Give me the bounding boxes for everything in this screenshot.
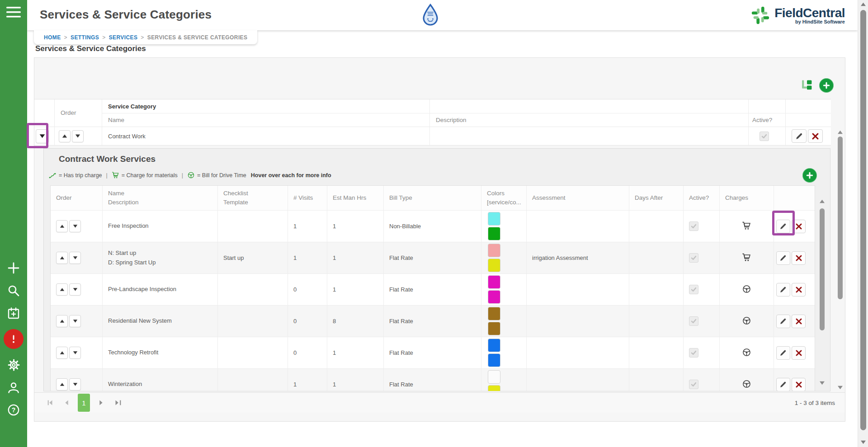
category-active-checkbox[interactable] bbox=[760, 132, 769, 141]
move-service-down-button[interactable] bbox=[69, 220, 81, 232]
est-man-hrs-cell: 1 bbox=[327, 273, 384, 305]
move-service-down-button[interactable] bbox=[69, 315, 81, 327]
edit-service-button[interactable] bbox=[776, 378, 790, 391]
settings-gear-icon[interactable] bbox=[7, 358, 20, 372]
expand-category-button[interactable] bbox=[36, 129, 49, 143]
delete-service-button[interactable] bbox=[792, 315, 806, 328]
page-scrollbar[interactable] bbox=[858, 0, 868, 447]
edit-service-button[interactable] bbox=[776, 220, 790, 233]
edit-category-button[interactable] bbox=[792, 129, 807, 143]
scroll-down-icon[interactable] bbox=[837, 386, 844, 390]
materials-cart-icon[interactable] bbox=[742, 253, 751, 263]
move-category-down-button[interactable] bbox=[72, 130, 84, 142]
assessment-cell bbox=[527, 368, 629, 391]
move-service-down-button[interactable] bbox=[69, 347, 81, 359]
delete-service-button[interactable] bbox=[792, 346, 806, 360]
service-row-winterization: Winterization 1 1 Flat Rate bbox=[51, 368, 815, 391]
delete-service-button[interactable] bbox=[792, 378, 806, 391]
move-service-up-button[interactable] bbox=[56, 347, 68, 359]
current-page-button[interactable]: 1 bbox=[78, 394, 90, 412]
move-service-up-button[interactable] bbox=[56, 378, 68, 391]
page-scroll-thumb[interactable] bbox=[860, 10, 866, 430]
previous-page-button[interactable] bbox=[61, 397, 73, 409]
service-name-cell: Technology Retrofit bbox=[103, 337, 218, 368]
column-header-order: Order bbox=[51, 186, 103, 210]
pagination-bar: 1 1 - 3 of 3 items bbox=[34, 392, 845, 413]
materials-cart-icon[interactable] bbox=[742, 221, 751, 232]
contract-work-services-panel: Contract Work Services = Has trip charge… bbox=[43, 148, 830, 391]
colors-cell bbox=[481, 273, 527, 305]
move-service-up-button[interactable] bbox=[56, 220, 68, 232]
calendar-add-icon[interactable] bbox=[7, 306, 20, 320]
breadcrumb: HOME > SETTINGS > SERVICES > SERVICES & … bbox=[34, 30, 257, 44]
move-service-up-button[interactable] bbox=[56, 283, 68, 296]
service-active-checkbox[interactable] bbox=[689, 285, 698, 294]
bill-type-cell: Flat Rate bbox=[384, 368, 481, 391]
delete-category-button[interactable] bbox=[808, 129, 823, 143]
move-service-down-button[interactable] bbox=[69, 252, 81, 264]
colors-cell bbox=[481, 242, 527, 273]
service-active-checkbox[interactable] bbox=[689, 221, 698, 231]
category-table-header: Name Description Active? bbox=[34, 113, 831, 127]
water-drop-company-logo bbox=[421, 4, 439, 27]
completed-color-swatch bbox=[488, 385, 500, 391]
breadcrumb-home[interactable]: HOME bbox=[44, 34, 61, 41]
edit-service-button[interactable] bbox=[776, 251, 790, 265]
delete-service-button[interactable] bbox=[792, 283, 806, 296]
edit-service-button[interactable] bbox=[776, 283, 790, 296]
panel-scrollbar[interactable] bbox=[836, 130, 844, 390]
service-active-checkbox[interactable] bbox=[689, 253, 698, 263]
days-after-cell bbox=[629, 337, 684, 368]
tree-view-icon[interactable] bbox=[801, 80, 813, 91]
top-bar: Services & Service Categories bbox=[27, 0, 858, 30]
delete-service-button[interactable] bbox=[792, 220, 806, 233]
drive-time-icon[interactable] bbox=[742, 379, 751, 390]
add-category-button[interactable] bbox=[819, 78, 834, 93]
scroll-up-icon[interactable] bbox=[860, 2, 866, 7]
completed-color-swatch bbox=[488, 353, 500, 367]
days-after-cell bbox=[629, 305, 684, 337]
service-active-checkbox[interactable] bbox=[689, 380, 698, 389]
drive-time-icon[interactable] bbox=[742, 284, 751, 295]
drive-time-icon[interactable] bbox=[742, 316, 751, 327]
add-icon[interactable] bbox=[7, 261, 20, 275]
breadcrumb-settings[interactable]: SETTINGS bbox=[71, 34, 99, 41]
next-page-button[interactable] bbox=[95, 397, 107, 409]
breadcrumb-services[interactable]: SERVICES bbox=[109, 34, 138, 41]
move-service-down-button[interactable] bbox=[69, 378, 81, 391]
scroll-up-icon[interactable] bbox=[819, 199, 826, 204]
checklist-cell bbox=[218, 210, 288, 242]
page: ? Services & Service Categories bbox=[0, 0, 868, 447]
scroll-down-icon[interactable] bbox=[819, 381, 826, 386]
move-category-up-button[interactable] bbox=[59, 130, 71, 142]
services-panel-title: Contract Work Services bbox=[59, 154, 156, 164]
services-scrollbar[interactable] bbox=[818, 199, 826, 386]
search-icon[interactable] bbox=[7, 284, 20, 297]
category-name-cell: Contract Work bbox=[102, 127, 430, 145]
est-man-hrs-cell: 1 bbox=[327, 242, 384, 273]
move-service-up-button[interactable] bbox=[56, 252, 68, 264]
help-icon[interactable]: ? bbox=[7, 403, 20, 417]
scroll-up-icon[interactable] bbox=[837, 130, 844, 135]
service-color-swatch bbox=[488, 370, 500, 384]
column-header-description: Description bbox=[430, 113, 749, 127]
visits-cell: 1 bbox=[288, 210, 327, 242]
service-active-checkbox[interactable] bbox=[689, 348, 698, 358]
edit-service-button[interactable] bbox=[776, 315, 790, 328]
edit-service-button[interactable] bbox=[776, 346, 790, 360]
move-service-down-button[interactable] bbox=[69, 283, 81, 296]
service-active-checkbox[interactable] bbox=[689, 316, 698, 326]
account-person-icon[interactable] bbox=[7, 381, 20, 394]
delete-service-button[interactable] bbox=[792, 251, 806, 265]
first-page-button[interactable] bbox=[44, 397, 56, 409]
move-service-up-button[interactable] bbox=[56, 315, 68, 327]
last-page-button[interactable] bbox=[112, 397, 123, 409]
hamburger-menu-icon[interactable] bbox=[6, 6, 21, 18]
drive-time-icon[interactable] bbox=[742, 348, 751, 358]
checklist-cell bbox=[218, 305, 288, 337]
add-service-button[interactable] bbox=[802, 168, 817, 183]
alerts-icon[interactable] bbox=[4, 329, 24, 349]
scroll-down-icon[interactable] bbox=[860, 440, 866, 445]
services-table-body: Free Inspection 1 1 Non-Billable bbox=[51, 210, 815, 391]
column-header-bill-type: Bill Type bbox=[384, 186, 481, 210]
